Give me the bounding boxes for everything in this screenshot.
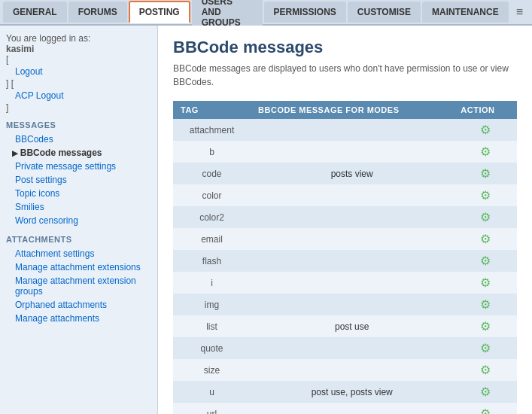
- sidebar-item-bbcode-messages[interactable]: BBCode messages: [6, 146, 151, 160]
- col-header-action: ACTION: [453, 101, 517, 119]
- cell-message: post use, posts view: [251, 381, 453, 403]
- cell-message: posts view: [251, 163, 453, 184]
- menu-icon[interactable]: ≡: [510, 2, 529, 22]
- tab-maintenance[interactable]: MAINTENANCE: [422, 2, 509, 23]
- cell-action: ⚙: [453, 184, 517, 206]
- cell-action: ⚙: [453, 272, 517, 294]
- cell-tag: color: [173, 184, 251, 206]
- settings-icon[interactable]: ⚙: [480, 320, 491, 333]
- sidebar-item-orphaned-attachments[interactable]: Orphaned attachments: [6, 298, 151, 312]
- table-row: attachment⚙: [173, 119, 517, 141]
- sidebar-item-topic-icons[interactable]: Topic icons: [6, 187, 151, 200]
- cell-action: ⚙: [453, 403, 517, 414]
- sidebar-item-manage-attachments[interactable]: Manage attachments: [6, 312, 151, 325]
- tab-forums[interactable]: FORUMS: [68, 2, 127, 23]
- cell-tag: u: [173, 381, 251, 403]
- sidebar-section-label-messages: MESSAGES: [6, 120, 151, 129]
- settings-icon[interactable]: ⚙: [480, 145, 491, 158]
- table-row: url⚙: [173, 403, 517, 414]
- cell-action: ⚙: [453, 315, 517, 337]
- cell-action: ⚙: [453, 206, 517, 228]
- sidebar-item-word-censoring[interactable]: Word censoring: [6, 214, 151, 227]
- cell-action: ⚙: [453, 381, 517, 403]
- table-row: codeposts view⚙: [173, 163, 517, 184]
- cell-tag: flash: [173, 250, 251, 272]
- top-navigation: GENERALFORUMSPOSTINGUSERS AND GROUPSPERM…: [0, 0, 532, 26]
- settings-icon[interactable]: ⚙: [480, 276, 491, 289]
- cell-message: [251, 184, 453, 206]
- page-description: BBCode messages are displayed to users w…: [173, 62, 517, 89]
- cell-message: [251, 250, 453, 272]
- cell-action: ⚙: [453, 250, 517, 272]
- table-row: listpost use⚙: [173, 315, 517, 337]
- cell-message: [251, 228, 453, 250]
- tab-customise[interactable]: CUSTOMISE: [348, 2, 421, 23]
- table-row: img⚙: [173, 294, 517, 315]
- cell-action: ⚙: [453, 228, 517, 250]
- settings-icon[interactable]: ⚙: [480, 189, 491, 202]
- cell-tag: url: [173, 403, 251, 414]
- tab-permissions[interactable]: PERMISSIONS: [264, 2, 346, 23]
- settings-icon[interactable]: ⚙: [480, 407, 491, 414]
- cell-action: ⚙: [453, 163, 517, 184]
- sidebar-item-attachment-settings[interactable]: Attachment settings: [6, 247, 151, 260]
- cell-message: [251, 206, 453, 228]
- sidebar: You are logged in as: kasimi [ Logout ] …: [0, 26, 158, 414]
- page-title: BBCode messages: [173, 38, 517, 57]
- cell-tag: quote: [173, 337, 251, 359]
- cell-message: post use: [251, 315, 453, 337]
- cell-message: [251, 294, 453, 315]
- cell-message: [251, 337, 453, 359]
- cell-tag: code: [173, 163, 251, 184]
- cell-action: ⚙: [453, 337, 517, 359]
- col-header-bbcode-message: BBCODE MESSAGE FOR MODES: [251, 101, 453, 119]
- sidebar-item-smilies[interactable]: Smilies: [6, 200, 151, 214]
- table-row: upost use, posts view⚙: [173, 381, 517, 403]
- settings-icon[interactable]: ⚙: [480, 167, 491, 180]
- cell-action: ⚙: [453, 141, 517, 163]
- table-row: size⚙: [173, 359, 517, 381]
- table-row: email⚙: [173, 228, 517, 250]
- cell-message: [251, 141, 453, 163]
- settings-icon[interactable]: ⚙: [480, 385, 491, 398]
- settings-icon[interactable]: ⚙: [480, 342, 491, 355]
- cell-message: [251, 403, 453, 414]
- tab-general[interactable]: GENERAL: [3, 2, 67, 23]
- username: kasimi: [6, 44, 34, 54]
- sidebar-item-manage-attachment-extensions[interactable]: Manage attachment extensions: [6, 260, 151, 274]
- cell-action: ⚙: [453, 294, 517, 315]
- sidebar-item-post-settings[interactable]: Post settings: [6, 173, 151, 187]
- logged-in-text: You are logged in as:: [6, 33, 90, 44]
- settings-icon[interactable]: ⚙: [480, 123, 491, 136]
- settings-icon[interactable]: ⚙: [480, 233, 491, 245]
- settings-icon[interactable]: ⚙: [480, 298, 491, 311]
- cell-tag: i: [173, 272, 251, 294]
- table-row: color⚙: [173, 184, 517, 206]
- settings-icon[interactable]: ⚙: [480, 364, 491, 376]
- sidebar-item-manage-attachment-extension-groups[interactable]: Manage attachment extension groups: [6, 274, 151, 298]
- sidebar-item-bbcodes[interactable]: BBCodes: [6, 132, 151, 146]
- cell-tag: size: [173, 359, 251, 381]
- settings-icon[interactable]: ⚙: [480, 254, 491, 267]
- sidebar-section-label-attachments: ATTACHMENTS: [6, 235, 151, 244]
- cell-tag: email: [173, 228, 251, 250]
- login-info: You are logged in as: kasimi [ Logout ] …: [6, 33, 151, 113]
- sidebar-item-private-message-settings[interactable]: Private message settings: [6, 160, 151, 173]
- cell-tag: color2: [173, 206, 251, 228]
- table-row: b⚙: [173, 141, 517, 163]
- cell-tag: attachment: [173, 119, 251, 141]
- acp-logout-link[interactable]: ACP Logout: [6, 89, 151, 102]
- main-layout: You are logged in as: kasimi [ Logout ] …: [0, 26, 532, 414]
- cell-message: [251, 119, 453, 141]
- content-area: BBCode messages BBCode messages are disp…: [158, 26, 532, 414]
- tab-posting[interactable]: POSTING: [129, 1, 190, 23]
- settings-icon[interactable]: ⚙: [480, 211, 491, 224]
- table-header-row: TAGBBCODE MESSAGE FOR MODESACTION: [173, 101, 517, 119]
- cell-tag: b: [173, 141, 251, 163]
- table-row: i⚙: [173, 272, 517, 294]
- logout-link[interactable]: Logout: [6, 65, 151, 78]
- cell-tag: list: [173, 315, 251, 337]
- cell-action: ⚙: [453, 119, 517, 141]
- table-row: flash⚙: [173, 250, 517, 272]
- col-header-tag: TAG: [173, 101, 251, 119]
